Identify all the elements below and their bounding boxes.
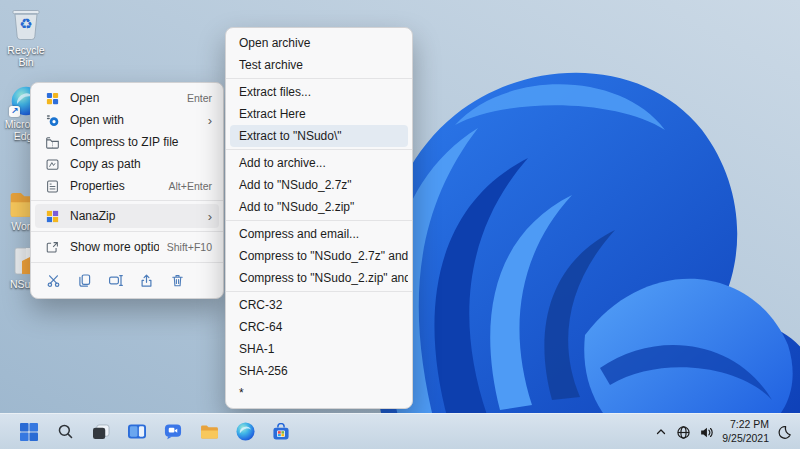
taskbar: 7:22 PM 9/25/2021 xyxy=(0,413,800,449)
desktop-icon-recycle-bin[interactable]: ♻ Recycle Bin xyxy=(0,6,52,68)
menu-item-show-more-options[interactable]: Show more options Shift+F10 xyxy=(35,235,219,259)
menu-item-label: Compress to ZIP file xyxy=(70,135,212,149)
file-explorer-icon[interactable] xyxy=(195,418,223,446)
cut-icon[interactable] xyxy=(45,272,62,289)
submenu-item-add-to-7z[interactable]: Add to "NSudo_2.7z" xyxy=(230,174,408,196)
menu-item-label: NanaZip xyxy=(70,209,200,223)
menu-separator xyxy=(226,291,412,292)
menu-separator xyxy=(226,220,412,221)
submenu-item-sha256[interactable]: SHA-256 xyxy=(230,360,408,382)
menu-separator xyxy=(226,78,412,79)
properties-icon xyxy=(44,178,60,194)
copy-icon[interactable] xyxy=(76,272,93,289)
submenu-item-sha1[interactable]: SHA-1 xyxy=(230,338,408,360)
tray-chevron-up-icon[interactable] xyxy=(654,425,668,439)
delete-icon[interactable] xyxy=(169,272,186,289)
submenu-item-extract-files[interactable]: Extract files... xyxy=(230,81,408,103)
nanazip-submenu: Open archive Test archive Extract files.… xyxy=(225,27,413,409)
zip-folder-icon xyxy=(44,134,60,150)
submenu-item-compress-email[interactable]: Compress and email... xyxy=(230,223,408,245)
search-icon[interactable] xyxy=(51,418,79,446)
menu-separator xyxy=(31,262,223,263)
taskbar-buttons xyxy=(0,418,295,446)
menu-separator xyxy=(31,200,223,201)
submenu-item-add-to-zip[interactable]: Add to "NSudo_2.zip" xyxy=(230,196,408,218)
menu-item-label: Open with xyxy=(70,113,200,127)
menu-item-open-with[interactable]: Open with › xyxy=(35,109,219,131)
menu-item-label: Show more options xyxy=(70,240,159,254)
submenu-item-extract-here[interactable]: Extract Here xyxy=(230,103,408,125)
show-more-options-icon xyxy=(44,239,60,255)
menu-item-shortcut: Shift+F10 xyxy=(167,241,212,253)
submenu-item-compress-7z-email[interactable]: Compress to "NSudo_2.7z" and email xyxy=(230,245,408,267)
widgets-icon[interactable] xyxy=(123,418,151,446)
rename-icon[interactable] xyxy=(107,272,124,289)
submenu-item-test-archive[interactable]: Test archive xyxy=(230,54,408,76)
copy-path-icon xyxy=(44,156,60,172)
menu-item-label: Properties xyxy=(70,179,161,193)
submenu-item-extract-to[interactable]: Extract to "NSudo\" xyxy=(230,125,408,147)
menu-item-nanazip[interactable]: NanaZip › xyxy=(35,204,219,228)
submenu-item-compress-zip-email[interactable]: Compress to "NSudo_2.zip" and email xyxy=(230,267,408,289)
menu-item-properties[interactable]: Properties Alt+Enter xyxy=(35,175,219,197)
menu-item-open[interactable]: Open Enter xyxy=(35,87,219,109)
clock-date: 9/25/2021 xyxy=(722,432,769,446)
task-view-icon[interactable] xyxy=(87,418,115,446)
menu-item-shortcut: Enter xyxy=(187,92,212,104)
menu-item-copy-as-path[interactable]: Copy as path xyxy=(35,153,219,175)
shortcut-arrow-icon: ↗ xyxy=(9,106,20,117)
start-button[interactable] xyxy=(15,418,43,446)
submenu-item-wildcard[interactable]: * xyxy=(230,382,408,404)
submenu-item-crc64[interactable]: CRC-64 xyxy=(230,316,408,338)
nanazip-icon xyxy=(44,208,60,224)
command-bar xyxy=(35,266,219,294)
submenu-item-crc32[interactable]: CRC-32 xyxy=(230,294,408,316)
microsoft-store-icon[interactable] xyxy=(267,418,295,446)
menu-item-label: Open xyxy=(70,91,179,105)
edge-browser-icon[interactable] xyxy=(231,418,259,446)
menu-item-label: Copy as path xyxy=(70,157,212,171)
menu-separator xyxy=(31,231,223,232)
open-with-icon xyxy=(44,112,60,128)
chat-icon[interactable] xyxy=(159,418,187,446)
submenu-item-add-to-archive[interactable]: Add to archive... xyxy=(230,152,408,174)
clock-time: 7:22 PM xyxy=(722,418,769,432)
focus-assist-moon-icon[interactable] xyxy=(777,425,792,440)
volume-icon[interactable] xyxy=(699,425,714,440)
share-icon[interactable] xyxy=(138,272,155,289)
recycle-glyph: ♻ xyxy=(0,15,52,33)
menu-separator xyxy=(226,149,412,150)
recycle-bin-icon: ♻ xyxy=(0,6,52,42)
clock[interactable]: 7:22 PM 9/25/2021 xyxy=(722,418,769,445)
network-globe-icon[interactable] xyxy=(676,425,691,440)
menu-item-compress-zip[interactable]: Compress to ZIP file xyxy=(35,131,219,153)
desktop-icon-label: Recycle Bin xyxy=(0,44,52,68)
submenu-arrow-icon: › xyxy=(208,114,212,127)
menu-item-shortcut: Alt+Enter xyxy=(169,180,212,192)
app-open-icon xyxy=(44,90,60,106)
context-menu: Open Enter Open with › Compress to ZIP f… xyxy=(30,82,224,299)
submenu-item-open-archive[interactable]: Open archive xyxy=(230,32,408,54)
submenu-arrow-icon: › xyxy=(208,210,212,223)
system-tray: 7:22 PM 9/25/2021 xyxy=(654,414,792,449)
